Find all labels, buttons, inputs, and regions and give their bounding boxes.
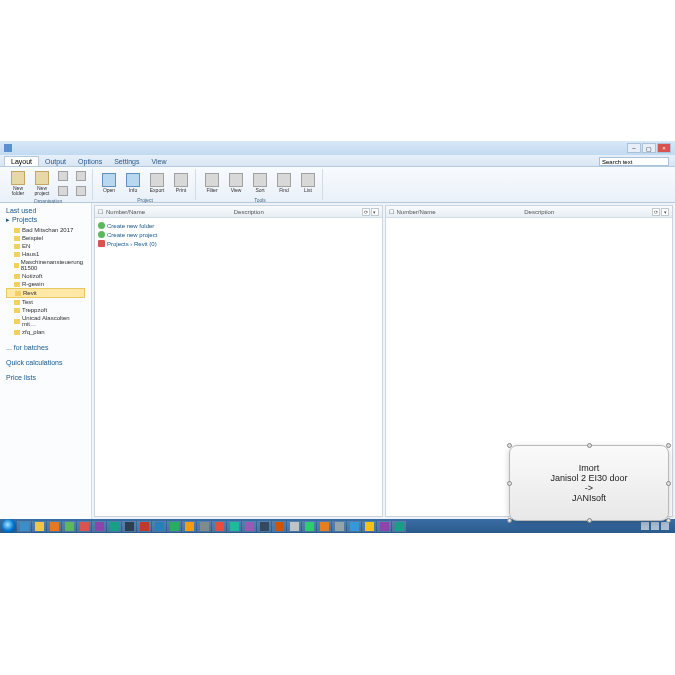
sidebar-item[interactable]: Bad Mitschan 2017 — [6, 226, 85, 234]
tray-icon[interactable] — [661, 522, 669, 530]
ribbon-btn-print[interactable]: Print — [170, 169, 192, 197]
taskbar-app[interactable] — [182, 521, 196, 532]
sidebar-item[interactable]: Notizoft — [6, 272, 85, 280]
window-maximize-button[interactable]: ▢ — [642, 143, 656, 153]
sidebar-item[interactable]: Revit — [6, 288, 85, 298]
ribbon-btn-sort[interactable]: Sort — [249, 169, 271, 197]
taskbar-app[interactable] — [212, 521, 226, 532]
taskbar-app[interactable] — [77, 521, 91, 532]
panel-refresh-icon[interactable]: ⟳ — [652, 208, 660, 216]
taskbar-app[interactable] — [302, 521, 316, 532]
view-icon — [229, 173, 243, 187]
ribbon-btn-new-folder[interactable]: New folder — [7, 169, 29, 197]
ribbon-tab-options[interactable]: Options — [72, 157, 108, 166]
panel-left-col1[interactable]: Number/Name — [106, 209, 234, 215]
ribbon-btn-edit[interactable] — [55, 169, 71, 183]
panel-right-col2[interactable]: Description — [524, 209, 652, 215]
taskbar-app[interactable] — [137, 521, 151, 532]
taskbar-app[interactable] — [362, 521, 376, 532]
panel-refresh-icon[interactable]: ⟳ — [362, 208, 370, 216]
taskbar-app[interactable] — [92, 521, 106, 532]
panel-row[interactable]: Projects › Revit (0) — [98, 239, 379, 248]
sidebar-price-lists[interactable]: Price lists — [6, 374, 85, 381]
app-icon — [215, 522, 224, 531]
start-button[interactable] — [2, 519, 16, 533]
ribbon-btn-copy[interactable] — [55, 184, 71, 198]
ribbon-btn-paste[interactable] — [73, 169, 89, 183]
taskbar-app[interactable] — [392, 521, 406, 532]
taskbar-app[interactable] — [257, 521, 271, 532]
panel-row[interactable]: Create new folder — [98, 221, 379, 230]
window-close-button[interactable]: × — [657, 143, 671, 153]
ribbon-btn-filter[interactable]: Filter — [201, 169, 223, 197]
resize-handle[interactable] — [507, 443, 512, 448]
sidebar-item[interactable]: Haus1 — [6, 250, 85, 258]
resize-handle[interactable] — [587, 518, 592, 523]
annotation-callout[interactable]: Imort Janisol 2 EI30 door -> JANIsoft — [509, 445, 669, 521]
resize-handle[interactable] — [666, 518, 671, 523]
tray-icon[interactable] — [651, 522, 659, 530]
taskbar-app[interactable] — [152, 521, 166, 532]
sidebar-item[interactable]: zfq_plan — [6, 328, 85, 336]
taskbar-app[interactable] — [17, 521, 31, 532]
panel-chevron-icon[interactable]: ▾ — [661, 208, 669, 216]
sidebar-projects-heading[interactable]: ▸ Projects — [6, 216, 85, 224]
window-minimize-button[interactable]: – — [627, 143, 641, 153]
sidebar-for-batches[interactable]: ... for batches — [6, 344, 85, 351]
taskbar-app[interactable] — [377, 521, 391, 532]
system-tray[interactable] — [641, 522, 673, 530]
resize-handle[interactable] — [666, 443, 671, 448]
taskbar-app[interactable] — [317, 521, 331, 532]
taskbar-app[interactable] — [122, 521, 136, 532]
ribbon-btn-export[interactable]: Export — [146, 169, 168, 197]
taskbar-app[interactable] — [272, 521, 286, 532]
sidebar-last-used[interactable]: Last used — [6, 207, 85, 214]
sidebar-item[interactable]: R-gewin — [6, 280, 85, 288]
panel-left-col2[interactable]: Description — [234, 209, 362, 215]
taskbar-app[interactable] — [227, 521, 241, 532]
taskbar-app[interactable] — [332, 521, 346, 532]
taskbar-app[interactable] — [47, 521, 61, 532]
ribbon-btn-delete[interactable] — [73, 184, 89, 198]
tray-icon[interactable] — [641, 522, 649, 530]
taskbar-app[interactable] — [287, 521, 301, 532]
ribbon-btn-info[interactable]: Info — [122, 169, 144, 197]
search-input[interactable]: Search text — [599, 157, 669, 166]
sidebar-item[interactable]: Treppzoft — [6, 306, 85, 314]
ribbon-btn-list[interactable]: List — [297, 169, 319, 197]
taskbar-app[interactable] — [32, 521, 46, 532]
ribbon-btn-view[interactable]: View — [225, 169, 247, 197]
ribbon-tab-settings[interactable]: Settings — [108, 157, 145, 166]
ribbon-tab-output[interactable]: Output — [39, 157, 72, 166]
ribbon-btn-new-project[interactable]: New project — [31, 169, 53, 197]
ribbon-tab-view[interactable]: View — [145, 157, 172, 166]
panel-row[interactable]: Create new project — [98, 230, 379, 239]
taskbar-app[interactable] — [197, 521, 211, 532]
resize-handle[interactable] — [507, 518, 512, 523]
resize-handle[interactable] — [666, 481, 671, 486]
resize-handle[interactable] — [507, 481, 512, 486]
sidebar-item-label: zfq_plan — [22, 329, 45, 335]
resize-handle[interactable] — [587, 443, 592, 448]
sidebar-item[interactable]: Maschinenansteuerung 81500 — [6, 258, 85, 272]
sidebar-item[interactable]: Beispiel — [6, 234, 85, 242]
sidebar-item[interactable]: EN — [6, 242, 85, 250]
taskbar-app[interactable] — [167, 521, 181, 532]
panel-chevron-icon[interactable]: ▾ — [371, 208, 379, 216]
panel-right-col1[interactable]: Number/Name — [397, 209, 525, 215]
ribbon-tab-layout[interactable]: Layout — [4, 156, 39, 166]
sidebar-item-label: Bad Mitschan 2017 — [22, 227, 73, 233]
ribbon-btn-find[interactable]: Find — [273, 169, 295, 197]
panel-left-header: ☐ Number/Name Description ⟳ ▾ — [95, 206, 382, 218]
app-icon — [110, 522, 119, 531]
taskbar-app[interactable] — [347, 521, 361, 532]
ribbon-btn-open[interactable]: Open — [98, 169, 120, 197]
taskbar-app[interactable] — [62, 521, 76, 532]
sidebar-item[interactable]: Unicad Alascolten mit… — [6, 314, 85, 328]
taskbar-app[interactable] — [107, 521, 121, 532]
ribbon-btn-label: Sort — [255, 188, 264, 193]
panel-row-label: Create new project — [107, 232, 157, 238]
taskbar-app[interactable] — [242, 521, 256, 532]
sidebar-item[interactable]: Test — [6, 298, 85, 306]
sidebar-quick-calc[interactable]: Quick calculations — [6, 359, 85, 366]
